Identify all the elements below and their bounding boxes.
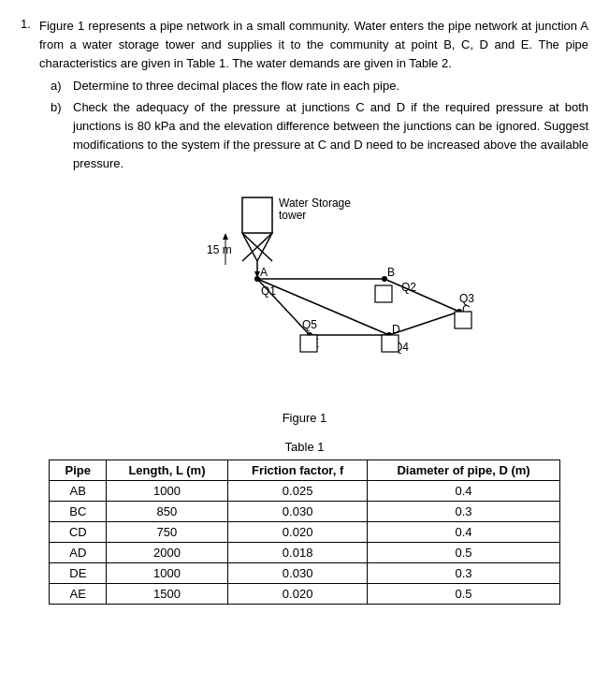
table-header-row: Pipe Length, L (m) Friction factor, f Di… xyxy=(50,460,559,481)
svg-line-30 xyxy=(257,279,389,335)
question-number-row: 1. Figure 1 represents a pipe network in… xyxy=(21,17,588,73)
question-number: 1. xyxy=(21,17,36,73)
col-header-length: Length, L (m) xyxy=(107,460,228,481)
sub-a-label: a) xyxy=(51,77,67,95)
svg-text:Water Storage: Water Storage xyxy=(279,197,351,210)
table-cell: 1000 xyxy=(107,481,228,502)
svg-text:A: A xyxy=(260,266,268,279)
table-row: DE10000.0300.3 xyxy=(50,563,559,584)
table-cell: CD xyxy=(50,522,107,543)
table-cell: 0.025 xyxy=(227,481,368,502)
sub-b-label: b) xyxy=(51,98,67,174)
table-cell: 1500 xyxy=(107,584,228,605)
table-head: Pipe Length, L (m) Friction factor, f Di… xyxy=(50,460,559,481)
table-row: BC8500.0300.3 xyxy=(50,502,559,522)
svg-rect-25 xyxy=(455,312,471,328)
table-cell: AB xyxy=(50,481,107,502)
sub-a-text: Determine to three decimal places the fl… xyxy=(73,77,399,95)
figure-label: Figure 1 xyxy=(283,411,327,425)
table-cell: 0.020 xyxy=(227,584,368,605)
table-body: AB10000.0250.4BC8500.0300.3CD7500.0200.4… xyxy=(50,481,559,605)
table-row: AB10000.0250.4 xyxy=(50,481,559,502)
table-row: AD20000.0180.5 xyxy=(50,543,559,563)
svg-text:Q5: Q5 xyxy=(302,318,317,331)
table-cell: 1000 xyxy=(107,563,228,584)
svg-rect-22 xyxy=(375,285,392,302)
col-header-diameter: Diameter of pipe, D (m) xyxy=(368,460,559,481)
table-cell: 0.3 xyxy=(368,502,559,522)
table-row: AE15000.0200.5 xyxy=(50,584,559,605)
svg-rect-29 xyxy=(382,335,399,352)
table-row: CD7500.0200.4 xyxy=(50,522,559,543)
sub-item-b: b) Check the adequacy of the pressure at… xyxy=(51,98,588,174)
svg-text:B: B xyxy=(387,266,395,279)
svg-rect-0 xyxy=(242,197,272,233)
table-cell: 0.020 xyxy=(227,522,368,543)
table-cell: AD xyxy=(50,543,107,563)
table-cell: AE xyxy=(50,584,107,605)
table-cell: 0.030 xyxy=(227,563,368,584)
table-cell: 0.5 xyxy=(368,584,559,605)
table-cell: 850 xyxy=(107,502,228,522)
sub-item-a: a) Determine to three decimal places the… xyxy=(51,77,588,95)
table-cell: BC xyxy=(50,502,107,522)
table-cell: 0.4 xyxy=(368,481,559,502)
col-header-pipe: Pipe xyxy=(50,460,107,481)
diagram-area: 15 m A B C D E Q1 Q2 Q3 xyxy=(21,190,588,434)
table-cell: 0.3 xyxy=(368,563,559,584)
data-table: Pipe Length, L (m) Friction factor, f Di… xyxy=(49,459,559,605)
svg-text:tower: tower xyxy=(279,209,306,222)
network-svg: 15 m A B C D E Q1 Q2 Q3 xyxy=(104,190,506,405)
sub-items: a) Determine to three decimal places the… xyxy=(51,77,588,173)
table-title: Table 1 xyxy=(21,440,588,454)
svg-line-1 xyxy=(242,233,257,261)
sub-b-text: Check the adequacy of the pressure at ju… xyxy=(73,98,588,174)
svg-text:Q2: Q2 xyxy=(401,281,416,294)
table-cell: DE xyxy=(50,563,107,584)
svg-line-2 xyxy=(257,233,272,261)
svg-line-20 xyxy=(384,279,459,312)
col-header-friction: Friction factor, f xyxy=(227,460,368,481)
table-cell: 0.4 xyxy=(368,522,559,543)
table-section: Table 1 Pipe Length, L (m) Friction fact… xyxy=(21,440,588,605)
question-block: 1. Figure 1 represents a pipe network in… xyxy=(21,17,588,173)
table-cell: 2000 xyxy=(107,543,228,563)
svg-text:Q3: Q3 xyxy=(459,292,474,305)
table-cell: 0.030 xyxy=(227,502,368,522)
table-cell: 0.5 xyxy=(368,543,559,563)
table-cell: 0.018 xyxy=(227,543,368,563)
svg-text:15 m: 15 m xyxy=(207,243,232,256)
svg-rect-32 xyxy=(300,335,317,352)
question-main-text: Figure 1 represents a pipe network in a … xyxy=(39,17,588,73)
svg-marker-6 xyxy=(223,233,228,240)
table-cell: 750 xyxy=(107,522,228,543)
